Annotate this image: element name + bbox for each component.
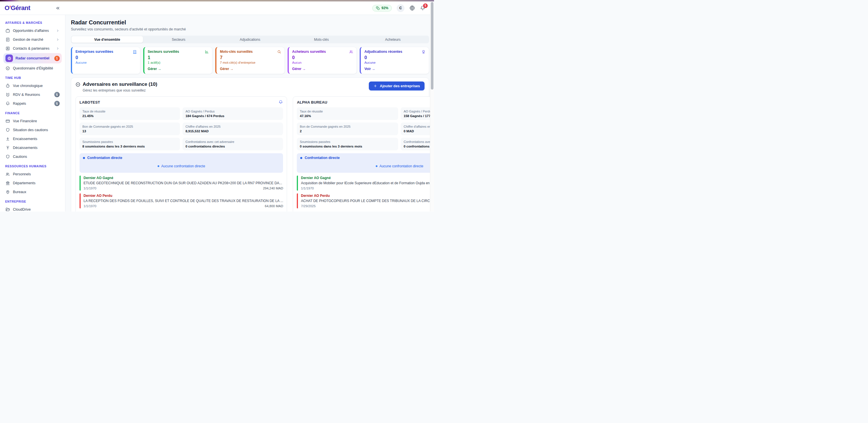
notifications-bell-icon[interactable]: 5	[420, 5, 425, 11]
company-stat-value: 0 confrontations directes	[185, 144, 280, 148]
main-content: Radar Concurrentiel Surveillez vos concu…	[65, 15, 434, 212]
alarm-icon	[5, 92, 10, 97]
stat-card-manage-link[interactable]: Gérer →	[220, 67, 281, 71]
company-stat-value: 184 Gagnés / 674 Perdus	[185, 114, 280, 118]
company-stat-value: 47.16%	[300, 114, 395, 118]
stat-card-value: 0	[292, 55, 353, 60]
stat-card-title: Acheteurs surveillés	[292, 50, 326, 54]
stat-card-value: 0	[75, 55, 137, 60]
company-stat-tile: Taux de réussite47.16%	[297, 107, 398, 120]
company-stat-tile: Bon de Commande gagnés en 202513	[80, 123, 180, 135]
sidebar-item-departements[interactable]: Départements	[3, 179, 62, 187]
stat-card-acheteurs-surveilles: Acheteurs surveillés0AucunGérer →	[288, 47, 357, 74]
company-stat-label: Confrontations avec cet adversaire	[404, 140, 434, 143]
sidebar-item-badge: 5	[54, 92, 60, 97]
stat-card-value: 7	[220, 55, 281, 60]
globe-icon[interactable]	[409, 5, 415, 11]
nav-section-label: FINANCE	[5, 111, 61, 115]
sidebar-item-vue-financiere[interactable]: Vue Financière	[3, 117, 62, 125]
stat-card-manage-link[interactable]: Gérer →	[148, 67, 209, 71]
company-stat-tile: AO Gagnés / Perdus158 Gagnés / 177 Perdu…	[401, 107, 434, 120]
last-won-tender: Dernier AO GagnéAcquisition de Mobilier …	[297, 175, 434, 191]
company-name: ALPHA BUREAU	[297, 100, 327, 104]
lost-label: Dernier AO Perdu	[301, 194, 434, 198]
lost-label: Dernier AO Perdu	[84, 194, 283, 198]
sidebar-item-rdv-reunions[interactable]: RDV & Reunions5	[3, 90, 62, 99]
sidebar-item-label: Radar concurrentiel	[16, 56, 54, 60]
company-stat-tile: Soumissions passées8 soumissions dans le…	[80, 138, 180, 151]
company-card-alpha-bureau: ALPHA BUREAUTaux de réussite47.16%AO Gag…	[293, 96, 434, 212]
credit-percent: 92%	[381, 6, 389, 10]
tab-adjudications[interactable]: Adjudications	[214, 36, 286, 43]
tab-acheteurs[interactable]: Acheteurs	[357, 36, 429, 43]
sidebar-item-label: Vue chronologique	[13, 84, 60, 88]
tab-vue-d-ensemble[interactable]: Vue d'ensemble	[71, 36, 143, 43]
sidebar-item-contacts-partenaires[interactable]: Contacts & partenaires	[3, 44, 62, 53]
company-stat-value: 21.45%	[82, 114, 177, 118]
down-to-line-icon	[5, 137, 10, 141]
sidebar-item-questionnaire-d-eligibilite[interactable]: Questionnaire d'Éligibilité	[3, 64, 62, 72]
stat-card-subtitle: Aucune	[364, 61, 426, 64]
company-stat-tile: Soumissions passées0 soumissions dans le…	[297, 138, 398, 151]
nav-section-label: TIME HUB	[5, 76, 61, 79]
sidebar-item-label: Cautions	[13, 155, 60, 159]
company-stat-tile: Taux de réussite21.45%	[80, 107, 180, 120]
won-description: Acquisition de Mobilier pour lEcole Supe…	[301, 181, 434, 185]
blue-dot-icon	[83, 157, 85, 159]
sidebar-collapse-icon[interactable]	[55, 6, 60, 11]
company-stat-label: Soumissions passées	[300, 140, 395, 143]
sidebar-item-label: Départements	[13, 181, 60, 185]
sidebar-item-opportunites-d-affaires[interactable]: Opportunités d'affaires	[3, 26, 62, 35]
shield-icon	[5, 154, 10, 159]
stat-card-subtitle: 7 mot-clé(s) d'entreprise	[220, 61, 281, 64]
sidebar-item-personnels[interactable]: Personnels	[3, 170, 62, 178]
credit-card-icon	[5, 119, 10, 123]
sidebar-item-label: Situation des cautions	[13, 128, 60, 132]
company-stat-value: 0 confrontations directes	[404, 144, 434, 148]
sidebar-item-label: Contacts & partenaires	[13, 46, 56, 51]
stat-card-adjudications-recentes: Adjudications récentes0AucuneVoir →	[360, 47, 429, 74]
sidebar-item-situation-des-cautions[interactable]: Situation des cautions	[3, 126, 62, 134]
company-stat-label: Bon de Commande gagnés en 2025	[82, 125, 177, 128]
lost-amount: 64,800 MAD	[265, 204, 283, 208]
stat-card-manage-link[interactable]: Gérer →	[292, 67, 353, 71]
sidebar-item-clouddrive[interactable]: CloudDrive	[3, 205, 62, 212]
sidebar-item-label: Décaissements	[13, 146, 60, 150]
blue-dot-icon	[158, 165, 159, 167]
won-label: Dernier AO Gagné	[84, 176, 283, 180]
chevron-right-icon	[56, 38, 60, 42]
company-alert-bell-icon[interactable]	[278, 100, 283, 104]
stat-card-subtitle: Aucune	[75, 61, 137, 64]
sidebar-item-vue-chronologique[interactable]: Vue chronologique	[3, 82, 62, 90]
sidebar-item-radar-concurrentiel[interactable]: Radar concurrentiel1	[3, 53, 62, 63]
user-avatar[interactable]: C	[397, 4, 404, 12]
sidebar-item-cautions[interactable]: Cautions	[3, 152, 62, 161]
sidebar-item-bureaux[interactable]: Bureaux	[3, 188, 62, 196]
sidebar-item-rappels[interactable]: Rappels5	[3, 99, 62, 108]
sidebar-item-gestion-de-marche[interactable]: Gestion de marché	[3, 35, 62, 44]
chevron-right-icon	[56, 46, 60, 51]
stat-card-entreprises-surveillees: Entreprises surveillées0Aucune	[71, 47, 141, 74]
sidebar: AFFAIRES & MARCHÉSOpportunités d'affaire…	[0, 15, 65, 212]
confrontation-label: Confrontation directe	[305, 156, 340, 160]
add-companies-button[interactable]: Ajouter des entreprises	[369, 82, 425, 90]
sidebar-item-label: Personnels	[13, 172, 60, 176]
notifications-count-badge: 5	[423, 3, 428, 8]
sidebar-item-encaissements[interactable]: Encaissements	[3, 135, 62, 143]
scrollbar-thumb[interactable]	[431, 2, 433, 90]
stat-card-secteurs-surveilles: Secteurs surveillés11 actif(s)Gérer →	[143, 47, 213, 74]
sidebar-item-label: Questionnaire d'Éligibilité	[13, 66, 60, 70]
company-stat-tile: AO Gagnés / Perdus184 Gagnés / 674 Perdu…	[183, 107, 283, 120]
sidebar-item-decaissements[interactable]: Décaissements	[3, 143, 62, 152]
stat-card-manage-link[interactable]: Voir →	[364, 67, 426, 71]
credit-status-pill[interactable]: 92%	[372, 5, 392, 11]
watchlist-subtitle: Gérez les entreprises que vous surveille…	[83, 88, 157, 92]
tab-secteurs[interactable]: Secteurs	[143, 36, 214, 43]
company-stat-label: Bon de Commande gagnés en 2025	[300, 125, 395, 128]
tab-mots-cles[interactable]: Mots-clés	[286, 36, 357, 43]
stat-card-title: Entreprises surveillées	[75, 50, 113, 54]
nav-section-label: ENTREPRISE	[5, 200, 61, 203]
company-stat-tile: Confrontations avec cet adversaire0 conf…	[401, 138, 434, 151]
sidebar-item-label: Bureaux	[13, 190, 60, 194]
confrontation-label: Confrontation directe	[87, 156, 122, 160]
